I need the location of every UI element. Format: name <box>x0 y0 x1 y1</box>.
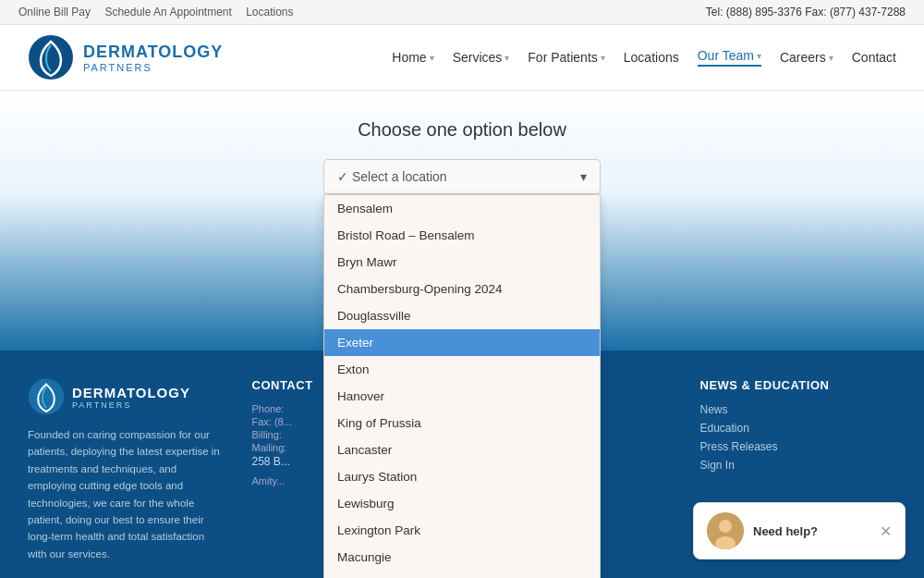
chat-widget[interactable]: Need help? ✕ <box>693 502 906 560</box>
nav-locations[interactable]: Locations <box>624 50 679 65</box>
select-placeholder: ✓ Select a location <box>337 169 447 184</box>
location-option[interactable]: Bryn Mawr <box>324 249 600 276</box>
chevron-down-icon: ▾ <box>601 53 605 63</box>
footer-col-about: DERMATOLOGY PARTNERS Founded on caring c… <box>28 378 225 562</box>
schedule-appointment-link[interactable]: Schedule An Appointment <box>104 6 231 18</box>
chevron-down-icon: ▾ <box>829 53 833 63</box>
location-option[interactable]: Laurys Station <box>324 463 600 490</box>
footer-brand-sub: PARTNERS <box>72 400 190 410</box>
location-dropdown-list[interactable]: BensalemBristol Road – BensalemBryn Mawr… <box>323 194 601 578</box>
avatar-image <box>707 512 744 549</box>
nav-our-team[interactable]: Our Team ▾ <box>698 48 761 67</box>
location-option[interactable]: Chambersburg-Opening 2024 <box>324 276 600 302</box>
location-option[interactable]: Lewisburg <box>324 490 600 517</box>
location-option[interactable]: Hanover <box>324 383 600 410</box>
main-content: Choose one option below ✓ Select a locat… <box>0 92 924 350</box>
chevron-down-icon: ▾ <box>580 169 587 184</box>
footer-logo-icon <box>28 378 65 415</box>
logo-icon <box>28 34 74 80</box>
logo-area[interactable]: DERMATOLOGY PARTNERS <box>28 34 223 80</box>
page-title: Choose one option below <box>358 119 566 141</box>
locations-link-top[interactable]: Locations <box>246 6 293 18</box>
close-icon[interactable]: ✕ <box>880 523 892 540</box>
location-select[interactable]: ✓ Select a location ▾ <box>323 159 601 194</box>
header: DERMATOLOGY PARTNERS Home ▾ Services ▾ F… <box>0 25 924 92</box>
chat-label: Need help? <box>753 524 870 538</box>
footer-news-item[interactable]: Education <box>700 422 897 435</box>
footer-logo-text: DERMATOLOGY PARTNERS <box>72 385 190 410</box>
top-bar-links: Online Bill Pay Schedule An Appointment … <box>18 6 305 18</box>
chevron-down-icon: ▾ <box>505 53 509 63</box>
footer-news-title: NEWS & EDUCATION <box>700 378 897 392</box>
footer-news-links: NewsEducationPress ReleasesSign In <box>700 403 897 472</box>
location-option[interactable]: Douglassville <box>324 302 600 329</box>
chat-avatar <box>707 512 744 549</box>
location-option[interactable]: Bensalem <box>324 195 600 222</box>
chevron-down-icon: ▾ <box>757 51 761 61</box>
top-bar: Online Bill Pay Schedule An Appointment … <box>0 0 924 25</box>
location-option[interactable]: Exeter <box>324 329 600 356</box>
location-option[interactable]: NE Philadelphia <box>324 571 600 578</box>
location-option[interactable]: King of Prussia <box>324 410 600 437</box>
nav-for-patients[interactable]: For Patients ▾ <box>528 50 604 65</box>
logo-text: DERMATOLOGY PARTNERS <box>83 43 223 73</box>
nav-home[interactable]: Home ▾ <box>392 50 433 65</box>
brand-name: DERMATOLOGY <box>83 43 223 62</box>
footer-news-item[interactable]: News <box>700 403 897 416</box>
location-option[interactable]: Exton <box>324 356 600 383</box>
location-option[interactable]: Lexington Park <box>324 517 600 544</box>
contact-info-top: Tel: (888) 895-3376 Fax: (877) 437-7288 <box>706 6 906 18</box>
location-option[interactable]: Lancaster <box>324 437 600 463</box>
location-dropdown-container[interactable]: ✓ Select a location ▾ BensalemBristol Ro… <box>323 159 601 194</box>
nav-careers[interactable]: Careers ▾ <box>780 50 833 65</box>
footer-news-item[interactable]: Press Releases <box>700 440 897 453</box>
footer-news-item[interactable]: Sign In <box>700 459 897 472</box>
nav-services[interactable]: Services ▾ <box>453 50 510 65</box>
footer-brand-name: DERMATOLOGY <box>72 385 190 400</box>
main-nav: Home ▾ Services ▾ For Patients ▾ Locatio… <box>392 48 896 67</box>
chevron-down-icon: ▾ <box>430 53 434 63</box>
online-bill-pay-link[interactable]: Online Bill Pay <box>18 6 91 18</box>
svg-point-3 <box>719 520 732 533</box>
footer-logo: DERMATOLOGY PARTNERS <box>28 378 225 415</box>
location-option[interactable]: Macungie <box>324 544 600 571</box>
footer-description: Founded on caring compassion for our pat… <box>28 426 225 562</box>
nav-contact[interactable]: Contact <box>852 50 896 65</box>
brand-sub: PARTNERS <box>83 62 223 73</box>
location-option[interactable]: Bristol Road – Bensalem <box>324 222 600 249</box>
